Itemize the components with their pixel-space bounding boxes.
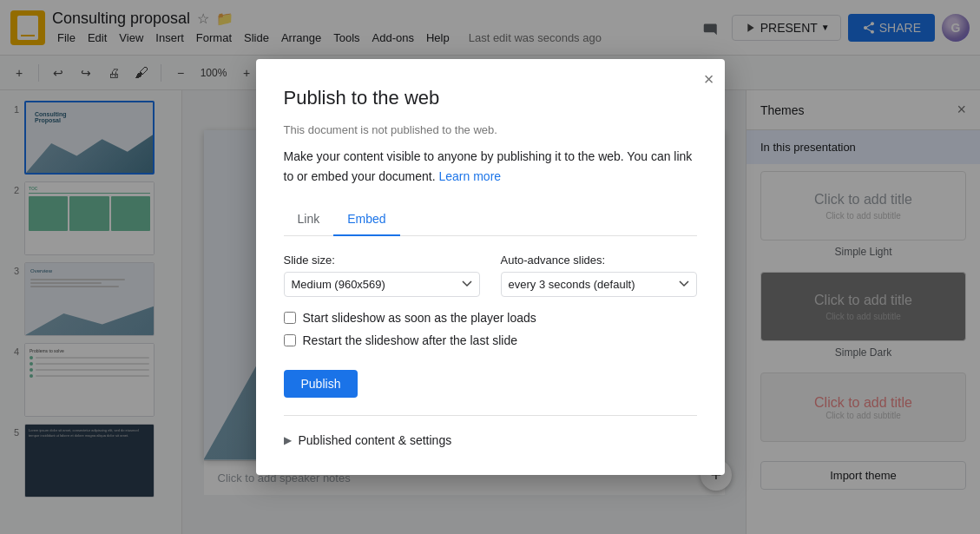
- publish-button[interactable]: Publish: [284, 370, 358, 398]
- auto-advance-group: Auto-advance slides: every 3 seconds (de…: [501, 254, 697, 297]
- modal-title: Publish to the web: [284, 87, 697, 109]
- checkbox-restart[interactable]: [284, 334, 296, 346]
- checkbox-restart-row: Restart the slideshow after the last sli…: [284, 333, 697, 347]
- modal-divider: [284, 415, 697, 416]
- slide-size-group: Slide size: Medium (960x569): [284, 254, 480, 297]
- modal-form: Slide size: Medium (960x569) Auto-advanc…: [284, 254, 697, 297]
- modal-overlay: × Publish to the web This document is no…: [0, 0, 980, 534]
- published-content-row[interactable]: ▶ Published content & settings: [284, 433, 697, 447]
- tab-link[interactable]: Link: [284, 203, 334, 236]
- published-content-arrow-icon: ▶: [284, 434, 292, 446]
- checkbox-slideshow-label[interactable]: Start slideshow as soon as the player lo…: [303, 311, 536, 325]
- modal-tabs: Link Embed: [284, 203, 697, 236]
- slide-size-label: Slide size:: [284, 254, 480, 267]
- modal-not-published-text: This document is not published to the we…: [284, 123, 697, 136]
- checkbox-restart-label[interactable]: Restart the slideshow after the last sli…: [303, 333, 517, 347]
- slide-size-select[interactable]: Medium (960x569): [284, 272, 480, 297]
- publish-modal: × Publish to the web This document is no…: [256, 59, 725, 475]
- learn-more-link[interactable]: Learn more: [439, 169, 502, 183]
- tab-embed[interactable]: Embed: [333, 203, 399, 236]
- modal-close-button[interactable]: ×: [704, 69, 714, 89]
- auto-advance-label: Auto-advance slides:: [501, 254, 697, 267]
- checkbox-slideshow-row: Start slideshow as soon as the player lo…: [284, 311, 697, 325]
- modal-description: Make your content visible to anyone by p…: [284, 147, 697, 186]
- auto-advance-select[interactable]: every 3 seconds (default): [501, 272, 697, 297]
- checkbox-slideshow[interactable]: [284, 312, 296, 324]
- published-content-label: Published content & settings: [299, 433, 452, 447]
